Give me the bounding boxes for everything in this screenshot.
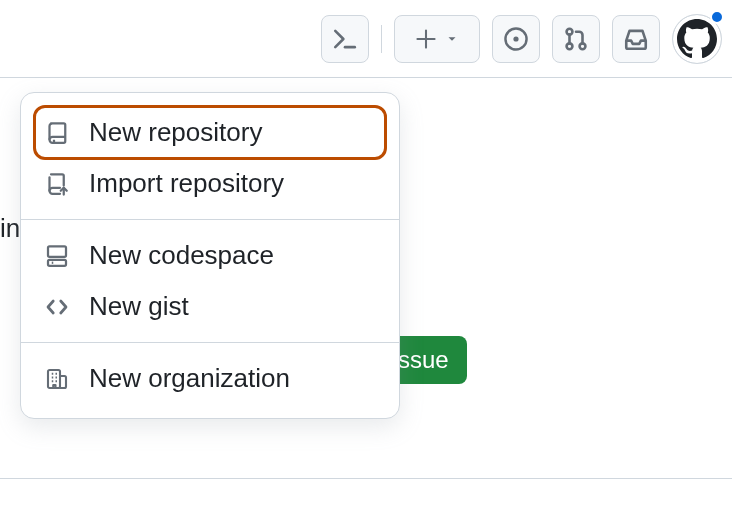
- button-label-suffix: ssue: [398, 346, 449, 374]
- notification-badge: [710, 10, 724, 24]
- codespaces-icon: [43, 244, 71, 268]
- menu-item-label: Import repository: [89, 168, 284, 199]
- organization-icon: [43, 367, 71, 391]
- menu-item-new-organization[interactable]: New organization: [21, 353, 399, 404]
- menu-item-label: New gist: [89, 291, 189, 322]
- horizontal-rule: [0, 478, 732, 479]
- caret-down-icon: [445, 32, 459, 46]
- menu-item-label: New organization: [89, 363, 290, 394]
- svg-point-1: [513, 36, 518, 41]
- user-menu[interactable]: [672, 14, 722, 64]
- svg-rect-6: [48, 259, 66, 265]
- create-new-button[interactable]: [394, 15, 480, 63]
- menu-item-new-repository[interactable]: New repository: [35, 107, 385, 158]
- command-palette-button[interactable]: [321, 15, 369, 63]
- issues-button[interactable]: [492, 15, 540, 63]
- pull-requests-button[interactable]: [552, 15, 600, 63]
- toolbar-divider: [381, 25, 382, 53]
- create-new-dropdown: New repository Import repository New cod…: [20, 92, 400, 419]
- issue-opened-icon: [503, 26, 529, 52]
- notifications-button[interactable]: [612, 15, 660, 63]
- svg-rect-5: [48, 246, 66, 257]
- menu-item-new-gist[interactable]: New gist: [21, 281, 399, 332]
- menu-item-import-repository[interactable]: Import repository: [21, 158, 399, 209]
- repo-push-icon: [43, 172, 71, 196]
- truncated-text-in: in: [0, 213, 20, 244]
- git-pull-request-icon: [563, 26, 589, 52]
- code-icon: [43, 295, 71, 319]
- top-toolbar: [0, 0, 732, 78]
- menu-item-label: New repository: [89, 117, 262, 148]
- inbox-icon: [623, 26, 649, 52]
- menu-item-label: New codespace: [89, 240, 274, 271]
- terminal-icon: [332, 26, 358, 52]
- menu-item-new-codespace[interactable]: New codespace: [21, 230, 399, 281]
- repo-icon: [43, 121, 71, 145]
- menu-divider: [21, 342, 399, 343]
- menu-divider: [21, 219, 399, 220]
- plus-icon: [415, 28, 437, 50]
